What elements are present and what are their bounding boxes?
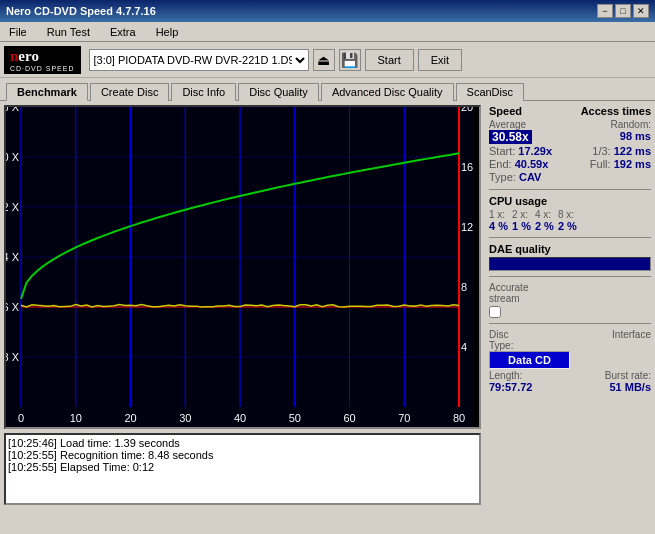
cpu-4x-value: 2 % [535, 220, 554, 232]
start-value: 17.29x [518, 145, 552, 157]
log-area: [10:25:46] Load time: 1.39 seconds [10:2… [4, 433, 481, 505]
accurate-section: Accurate stream [489, 282, 651, 318]
accurate-sub: stream [489, 293, 651, 304]
start-button[interactable]: Start [365, 49, 414, 71]
right-panel: Speed Access times Average 30.58x Random… [485, 101, 655, 509]
tab-advanced-disc-quality[interactable]: Advanced Disc Quality [321, 83, 454, 101]
type-label: Type: [489, 171, 516, 183]
tab-disc-quality[interactable]: Disc Quality [238, 83, 319, 101]
tab-disc-info[interactable]: Disc Info [171, 83, 236, 101]
start-label: Start: [489, 145, 515, 157]
maximize-button[interactable]: □ [615, 4, 631, 18]
divider-1 [489, 189, 651, 190]
avg-label: Average [489, 119, 570, 130]
menu-file[interactable]: File [4, 24, 32, 40]
tab-content: [10:25:46] Load time: 1.39 seconds [10:2… [0, 100, 655, 509]
cpu-1x-value: 4 % [489, 220, 508, 232]
random-value: 98 ms [570, 130, 651, 142]
burst-value: 51 MB/s [570, 381, 651, 393]
end-value: 40.59x [515, 158, 549, 170]
divider-2 [489, 237, 651, 238]
exit-button[interactable]: Exit [418, 49, 462, 71]
length-label: Length: [489, 370, 570, 381]
menu-extra[interactable]: Extra [105, 24, 141, 40]
disc-type-value: Data CD [489, 351, 570, 369]
speed-chart [6, 107, 474, 427]
tab-bar: Benchmark Create Disc Disc Info Disc Qua… [0, 78, 655, 100]
cpu-8x-value: 2 % [558, 220, 577, 232]
cpu-section: CPU usage 1 x: 4 % 2 x: 1 % 4 x: 2 % 8 x… [489, 195, 651, 232]
accurate-label: Accurate [489, 282, 651, 293]
interface-title: Interface [570, 329, 651, 340]
log-line-3: [10:25:55] Elapsed Time: 0:12 [8, 461, 477, 473]
menu-help[interactable]: Help [151, 24, 184, 40]
speed-section: Speed Access times Average 30.58x Random… [489, 105, 651, 184]
minimize-button[interactable]: − [597, 4, 613, 18]
cpu-4x-label: 4 x: [535, 209, 554, 220]
one-third-label: 1/3: [592, 145, 610, 157]
dae-progress-bar [489, 257, 651, 271]
avg-value: 30.58x [489, 130, 532, 144]
accurate-checkbox[interactable] [489, 306, 501, 318]
eject-icon[interactable]: ⏏ [313, 49, 335, 71]
disc-type-label: Type: [489, 340, 570, 351]
random-label: Random: [570, 119, 651, 130]
log-line-1: [10:25:46] Load time: 1.39 seconds [8, 437, 477, 449]
cpu-2x-value: 1 % [512, 220, 531, 232]
tab-create-disc[interactable]: Create Disc [90, 83, 169, 101]
window-controls: − □ ✕ [597, 4, 649, 18]
menu-bar: File Run Test Extra Help [0, 22, 655, 42]
cpu-1x-label: 1 x: [489, 209, 508, 220]
tab-benchmark[interactable]: Benchmark [6, 83, 88, 101]
full-value: 192 ms [614, 158, 651, 170]
burst-label: Burst rate: [570, 370, 651, 381]
cpu-8x-label: 8 x: [558, 209, 577, 220]
drive-selector[interactable]: [3:0] PIODATA DVD-RW DVR-221D 1.D9 [89, 49, 309, 71]
disc-section: Disc Type: Data CD Interface Length: 79:… [489, 329, 651, 394]
nero-sub-text: CD·DVD SPEED [10, 65, 75, 72]
cpu-2x-label: 2 x: [512, 209, 531, 220]
speed-title: Speed [489, 105, 522, 117]
dae-title: DAE quality [489, 243, 651, 255]
access-title: Access times [581, 105, 651, 117]
log-line-2: [10:25:55] Recognition time: 8.48 second… [8, 449, 477, 461]
end-label: End: [489, 158, 512, 170]
type-value: CAV [519, 171, 541, 183]
nero-logo-text: nero [10, 48, 39, 65]
disc-title: Disc [489, 329, 570, 340]
full-label: Full: [590, 158, 611, 170]
toolbar: nero CD·DVD SPEED [3:0] PIODATA DVD-RW D… [0, 42, 655, 78]
divider-4 [489, 323, 651, 324]
menu-run-test[interactable]: Run Test [42, 24, 95, 40]
save-icon[interactable]: 💾 [339, 49, 361, 71]
divider-3 [489, 276, 651, 277]
nero-logo: nero CD·DVD SPEED [4, 46, 81, 74]
length-value: 79:57.72 [489, 381, 570, 393]
title-bar: Nero CD-DVD Speed 4.7.7.16 − □ ✕ [0, 0, 655, 22]
cpu-title: CPU usage [489, 195, 547, 207]
app-title: Nero CD-DVD Speed 4.7.7.16 [6, 5, 156, 17]
dae-section: DAE quality [489, 243, 651, 271]
one-third-value: 122 ms [614, 145, 651, 157]
chart-area [4, 105, 481, 429]
close-button[interactable]: ✕ [633, 4, 649, 18]
tab-scandisc[interactable]: ScanDisc [456, 83, 524, 101]
